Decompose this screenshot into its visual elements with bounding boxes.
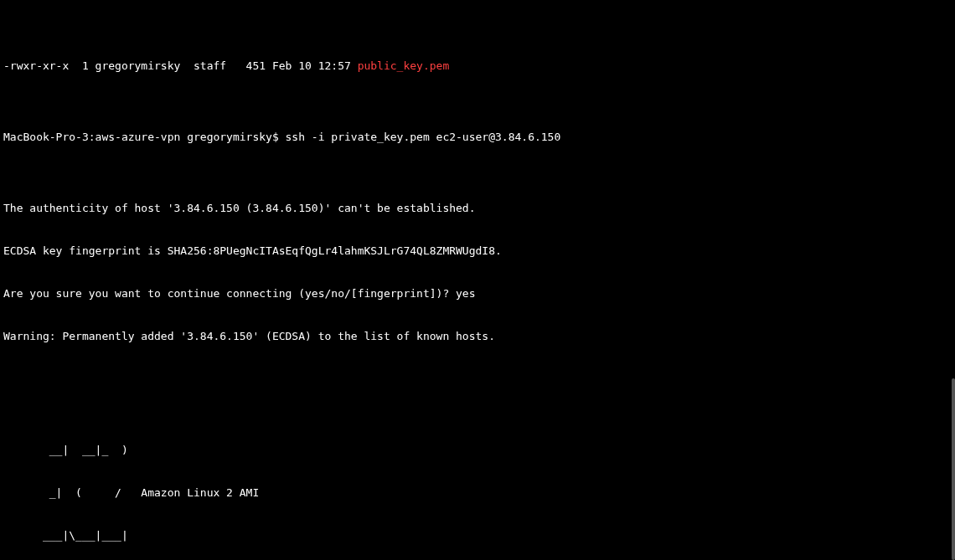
banner-line: _| ( / Amazon Linux 2 AMI [3, 486, 955, 500]
auth-line: ECDSA key fingerprint is SHA256:8PUegNcI… [3, 244, 955, 258]
ls-filename: public_key.pem [358, 59, 450, 72]
banner-line: ___|\___|___| [3, 528, 955, 542]
terminal[interactable]: -rwxr-xr-x 1 gregorymirsky staff 451 Feb… [0, 0, 955, 560]
auth-line: Warning: Permanently added '3.84.6.150' … [3, 329, 955, 343]
auth-line: The authenticity of host '3.84.6.150 (3.… [3, 201, 955, 215]
scrollbar-thumb[interactable] [952, 378, 955, 560]
scrollbar[interactable] [952, 0, 955, 560]
banner-line: __| __|_ ) [3, 443, 955, 457]
auth-line: Are you sure you want to continue connec… [3, 286, 955, 301]
local-command: ssh -i private_key.pem ec2-user@3.84.6.1… [286, 131, 561, 143]
local-prompt: MacBook-Pro-3:aws-azure-vpn gregorymirsk… [3, 131, 286, 143]
ls-perms: -rwxr-xr-x 1 gregorymirsky staff 451 Feb… [3, 59, 358, 72]
banner-line [3, 400, 955, 414]
line-local-ssh: MacBook-Pro-3:aws-azure-vpn gregorymirsk… [3, 130, 955, 144]
ls-output-line: -rwxr-xr-x 1 gregorymirsky staff 451 Feb… [3, 59, 955, 73]
